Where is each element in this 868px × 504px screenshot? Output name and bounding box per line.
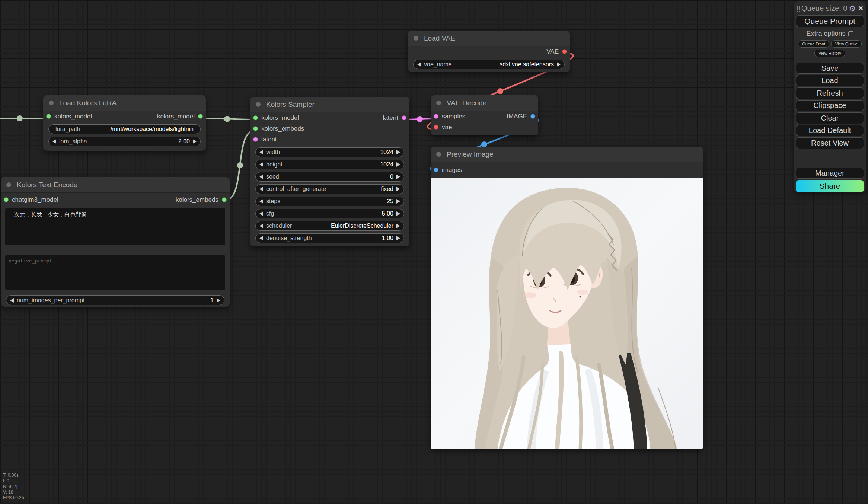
widget-lora-path[interactable]: lora_path /mnt/workspace/models/lightnin (48, 124, 201, 134)
increment-arrow-icon[interactable] (396, 236, 400, 240)
node-header[interactable]: Preview Image (431, 147, 703, 162)
input-port-dot[interactable] (434, 125, 438, 130)
output-port-kolors-model[interactable]: kolors_model (157, 113, 203, 120)
node-header[interactable]: VAE Decode (431, 95, 538, 111)
increment-arrow-icon[interactable] (193, 139, 197, 144)
input-port-dot[interactable] (46, 114, 51, 119)
clear-button[interactable]: Clear (796, 112, 864, 124)
node-kolors-text-encode[interactable]: Kolors Text Encode chatglm3_model kolors… (1, 177, 230, 307)
widget-cfg[interactable]: cfg 5.00 (255, 209, 404, 218)
increment-arrow-icon[interactable] (217, 298, 220, 303)
input-port-samples[interactable]: samples (434, 113, 465, 120)
widget-steps[interactable]: steps 25 (255, 197, 404, 206)
widget-seed[interactable]: seed 0 (255, 172, 404, 182)
queue-size-label: Queue size: 0 (801, 4, 847, 13)
increment-arrow-icon[interactable] (396, 211, 400, 216)
node-load-vae[interactable]: Load VAE VAE vae_name sdxl.vae.safetenso… (408, 31, 570, 72)
decrement-arrow-icon[interactable] (259, 236, 263, 240)
node-kolors-sampler[interactable]: Kolors Sampler kolors_model latent kolor… (250, 97, 409, 246)
input-port-images[interactable]: images (434, 166, 462, 174)
decrement-arrow-icon[interactable] (10, 298, 14, 303)
output-port-dot[interactable] (402, 115, 406, 120)
load-default-button[interactable]: Load Default (796, 125, 864, 137)
stat-line: V: 18 (3, 489, 24, 495)
increment-arrow-icon[interactable] (396, 187, 400, 191)
view-history-button[interactable]: View History (814, 50, 845, 57)
load-button[interactable]: Load (796, 75, 864, 86)
input-port-dot[interactable] (4, 197, 9, 202)
node-load-kolors-lora[interactable]: Load Kolors LoRA kolors_model kolors_mod… (43, 95, 206, 151)
reset-view-button[interactable]: Reset View (796, 137, 864, 149)
decrement-arrow-icon[interactable] (52, 139, 56, 144)
input-port-kolors-embeds[interactable]: kolors_embeds (253, 125, 304, 133)
node-collapse-dot-icon[interactable] (414, 36, 418, 41)
widget-control-after-generate[interactable]: control_after_generate fixed (255, 184, 404, 194)
node-header[interactable]: Kolors Text Encode (1, 177, 230, 193)
decrement-arrow-icon[interactable] (259, 211, 263, 216)
node-collapse-dot-icon[interactable] (49, 101, 54, 105)
increment-arrow-icon[interactable] (396, 175, 400, 179)
output-port-dot[interactable] (198, 114, 203, 119)
increment-arrow-icon[interactable] (396, 224, 400, 228)
widget-num-images-per-prompt[interactable]: num_images_per_prompt 1 (6, 295, 224, 305)
input-port-kolors-model[interactable]: kolors_model (253, 114, 299, 122)
decrement-arrow-icon[interactable] (259, 187, 263, 191)
node-title: VAE Decode (447, 99, 486, 107)
increment-arrow-icon[interactable] (557, 62, 561, 67)
extra-options-checkbox[interactable] (848, 31, 853, 36)
output-port-dot[interactable] (222, 197, 227, 202)
input-port-dot[interactable] (253, 126, 258, 131)
share-button[interactable]: Share (796, 180, 864, 192)
increment-arrow-icon[interactable] (396, 150, 400, 154)
widget-height[interactable]: height 1024 (255, 160, 404, 169)
clipspace-button[interactable]: Clipspace (796, 100, 864, 112)
output-port-image[interactable]: IMAGE (507, 113, 535, 120)
node-collapse-dot-icon[interactable] (436, 152, 441, 157)
save-button[interactable]: Save (796, 63, 864, 74)
widget-lora-alpha[interactable]: lora_alpha 2.00 (48, 137, 201, 146)
refresh-button[interactable]: Refresh (796, 87, 864, 99)
node-header[interactable]: Kolors Sampler (250, 97, 409, 112)
prompt-textarea[interactable]: 二次元，长发，少女，白色背景 (5, 208, 225, 245)
widget-vae-name[interactable]: vae_name sdxl.vae.safetensors (413, 60, 565, 69)
input-port-vae[interactable]: vae (434, 124, 452, 131)
input-port-kolors-model[interactable]: kolors_model (46, 113, 92, 120)
queue-prompt-button[interactable]: Queue Prompt (796, 15, 864, 28)
widget-width[interactable]: width 1024 (255, 147, 404, 157)
node-preview-image[interactable]: Preview Image images (431, 147, 703, 449)
decrement-arrow-icon[interactable] (259, 175, 263, 179)
input-port-chatglm3-model[interactable]: chatglm3_model (4, 196, 58, 204)
input-port-dot[interactable] (434, 168, 438, 172)
output-port-vae[interactable]: VAE (546, 48, 567, 55)
widget-denoise-strength[interactable]: denoise_strength 1.00 (255, 233, 404, 243)
decrement-arrow-icon[interactable] (259, 199, 263, 204)
input-port-dot[interactable] (253, 115, 258, 120)
node-header[interactable]: Load Kolors LoRA (43, 95, 206, 111)
node-collapse-dot-icon[interactable] (436, 101, 441, 105)
decrement-arrow-icon[interactable] (259, 162, 263, 167)
node-collapse-dot-icon[interactable] (6, 182, 11, 187)
output-port-dot[interactable] (530, 114, 535, 119)
output-port-kolors-embeds[interactable]: kolors_embeds (176, 196, 227, 204)
increment-arrow-icon[interactable] (396, 199, 400, 204)
input-port-dot[interactable] (434, 114, 438, 119)
manager-button[interactable]: Manager (796, 168, 864, 179)
node-vae-decode[interactable]: VAE Decode samples IMAGE vae (431, 95, 538, 135)
decrement-arrow-icon[interactable] (417, 62, 421, 67)
queue-front-button[interactable]: Queue Front (798, 40, 829, 48)
output-port-latent[interactable]: latent (383, 114, 406, 122)
drag-handle-icon[interactable] (797, 5, 801, 12)
negative-prompt-textarea[interactable]: negative_prompt (5, 255, 225, 290)
widget-scheduler[interactable]: scheduler EulerDiscreteScheduler (255, 221, 404, 231)
node-header[interactable]: Load VAE (408, 31, 570, 46)
node-collapse-dot-icon[interactable] (256, 102, 261, 107)
view-queue-button[interactable]: View Queue (831, 40, 862, 48)
increment-arrow-icon[interactable] (396, 162, 400, 167)
output-port-dot[interactable] (562, 49, 567, 54)
decrement-arrow-icon[interactable] (259, 224, 263, 228)
input-port-latent[interactable]: latent (253, 136, 277, 143)
input-port-dot[interactable] (253, 137, 258, 142)
close-icon[interactable]: ✕ (858, 5, 863, 12)
decrement-arrow-icon[interactable] (259, 150, 263, 154)
settings-gear-icon[interactable]: ⚙ (849, 4, 856, 12)
